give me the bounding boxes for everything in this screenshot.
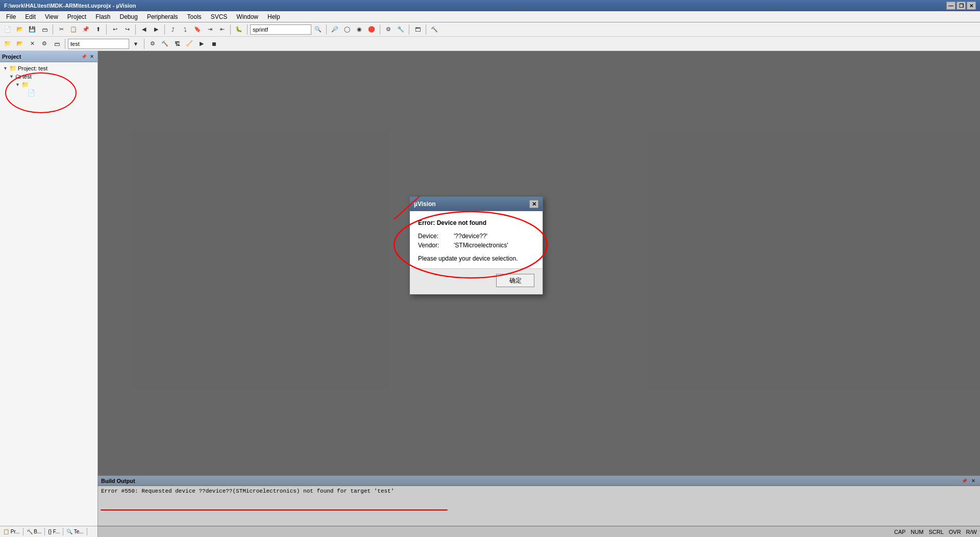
stop-button[interactable]: 🛑	[366, 24, 377, 35]
manage-button[interactable]: 🗃	[51, 38, 62, 49]
modal-vendor-value: 'STMicroelectronics'	[454, 242, 508, 249]
indent-button[interactable]: ⇥	[204, 24, 215, 35]
sep10	[426, 24, 426, 35]
debug-mode-button[interactable]: 🐛	[233, 24, 244, 35]
bookmark-next-button[interactable]: ⤵	[180, 24, 191, 35]
sep5	[230, 24, 231, 35]
status-bar: CAP NUM SCRL OVR R/W	[98, 526, 980, 537]
search-input[interactable]	[250, 24, 311, 35]
settings-button[interactable]: 🔧	[395, 24, 406, 35]
wrench-button[interactable]: 🔨	[429, 24, 440, 35]
project-window-button[interactable]: 📁	[2, 38, 13, 49]
menu-edit[interactable]: Edit	[21, 12, 40, 21]
nav-forward-button[interactable]: ▶	[151, 24, 162, 35]
target-icon: 🗂	[15, 73, 21, 80]
root-label: Project: test	[18, 65, 47, 71]
sep7	[326, 24, 327, 35]
paste-button[interactable]: 📌	[80, 24, 91, 35]
minimize-button[interactable]: —	[946, 2, 955, 10]
menu-bar: File Edit View Project Flash Debug Perip…	[0, 11, 980, 22]
tree-target[interactable]: ▼ 🗂 test	[8, 72, 95, 81]
menu-svcs[interactable]: SVCS	[207, 12, 232, 21]
save-all-button[interactable]: 🗃	[39, 24, 50, 35]
project-settings-button[interactable]: ⚙	[39, 38, 50, 49]
close-window-button[interactable]: ✕	[967, 2, 976, 10]
menu-window[interactable]: Window	[232, 12, 262, 21]
editor-area: Build Output 📌 ✕ Error #550: Requested d…	[98, 51, 980, 537]
copy-button[interactable]: 📋	[68, 24, 79, 35]
sep3	[135, 24, 136, 35]
tree-root[interactable]: ▼ 📁 Project: test	[2, 64, 95, 72]
search-button[interactable]: 🔍	[312, 24, 324, 35]
nav-ref-button[interactable]: ◉	[354, 24, 365, 35]
bookmark-prev-button[interactable]: ⤴	[167, 24, 179, 35]
modal-titlebar: µVision ✕	[410, 197, 543, 211]
nav-back-button[interactable]: ◀	[138, 24, 150, 35]
root-expand-icon: ▼	[3, 66, 8, 71]
sep11	[65, 39, 65, 49]
sidebar-tab-templates[interactable]: 🔍 Te...	[63, 528, 87, 535]
sep12	[144, 39, 144, 49]
clean-button[interactable]: 🧹	[184, 38, 195, 49]
menu-flash[interactable]: Flash	[91, 12, 114, 21]
target-dropdown[interactable]: ▼	[130, 38, 141, 49]
file-icon: 📄	[28, 89, 35, 96]
modal-close-button[interactable]: ✕	[529, 200, 538, 208]
modal-device-label: Device:	[418, 233, 454, 240]
modal-dialog: µVision ✕ Error: Device not found Device…	[409, 196, 543, 295]
menu-view[interactable]: View	[41, 12, 62, 21]
unindent-button[interactable]: ⇤	[216, 24, 228, 35]
modal-footer: 确定	[410, 268, 543, 294]
sidebar-tab-project[interactable]: 📋 Pr...	[0, 528, 23, 535]
project-pin-button[interactable]: 📌	[80, 53, 87, 60]
title-bar-controls: — ❐ ✕	[946, 2, 976, 10]
cut-button[interactable]: ✂	[56, 24, 67, 35]
sidebar-tab-build[interactable]: 🔨 B...	[23, 528, 45, 535]
bookmarks-button[interactable]: 🔖	[192, 24, 203, 35]
sidebar-tab-functions[interactable]: {} F...	[45, 528, 63, 535]
maximize-button[interactable]: ❐	[957, 2, 966, 10]
sep8	[380, 24, 380, 35]
build-all-button[interactable]: 🏗	[172, 38, 183, 49]
build-options-button[interactable]: ⚙	[147, 38, 158, 49]
tree-file[interactable]: 📄	[20, 89, 95, 97]
status-right: CAP NUM SCRL OVR R/W	[894, 529, 977, 535]
redo-button[interactable]: ↪	[121, 24, 133, 35]
menu-project[interactable]: Project	[63, 12, 90, 21]
project-close-button[interactable]: ✕	[88, 53, 95, 60]
config-button[interactable]: ⚙	[383, 24, 394, 35]
tree-group[interactable]: ▼ 📁	[14, 81, 95, 89]
load-button[interactable]: ⬆	[92, 24, 104, 35]
build-output-close-button[interactable]: ✕	[970, 477, 977, 484]
sep6	[247, 24, 248, 35]
build-error-text: Error #550: Requested device ??device??(…	[101, 488, 394, 494]
stop-run-button[interactable]: ⏹	[208, 38, 219, 49]
sep4	[164, 24, 165, 35]
project-tree: ▼ 📁 Project: test ▼ 🗂 test ▼ 📁 📄	[0, 62, 97, 526]
menu-tools[interactable]: Tools	[183, 12, 206, 21]
undo-button[interactable]: ↩	[109, 24, 120, 35]
target-selector[interactable]	[68, 39, 129, 49]
menu-debug[interactable]: Debug	[116, 12, 142, 21]
menu-help[interactable]: Help	[263, 12, 284, 21]
nav-decl-button[interactable]: ◯	[341, 24, 353, 35]
window-button[interactable]: 🗔	[412, 24, 423, 35]
window-title: F:\work\HAL\test\MDK-ARM\test.uvprojx - …	[4, 3, 136, 9]
menu-file[interactable]: File	[2, 12, 20, 21]
build-output-pin-button[interactable]: 📌	[961, 477, 968, 484]
find-button[interactable]: 🔎	[329, 24, 340, 35]
new-file-button[interactable]: 📄	[2, 24, 13, 35]
build-output-header: Build Output 📌 ✕	[98, 476, 980, 486]
build-button[interactable]: 🔨	[159, 38, 170, 49]
close-project-button[interactable]: ✕	[27, 38, 38, 49]
build-output-panel: Build Output 📌 ✕ Error #550: Requested d…	[98, 475, 980, 526]
num-indicator: NUM	[911, 529, 923, 535]
toolbar2: 📁 📂 ✕ ⚙ 🗃 ▼ ⚙ 🔨 🏗 🧹 ▶ ⏹	[0, 37, 980, 51]
run-button[interactable]: ▶	[196, 38, 207, 49]
open-project-button[interactable]: 📂	[14, 38, 26, 49]
build-output-title: Build Output	[101, 478, 135, 484]
modal-ok-button[interactable]: 确定	[496, 274, 534, 287]
open-button[interactable]: 📂	[14, 24, 26, 35]
menu-peripherals[interactable]: Peripherals	[143, 12, 182, 21]
save-button[interactable]: 💾	[27, 24, 38, 35]
